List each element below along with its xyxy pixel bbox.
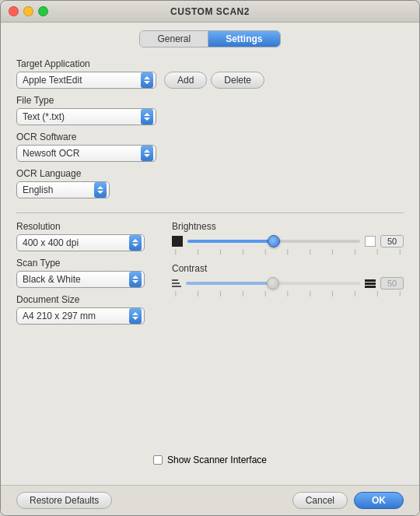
ocr-language-select[interactable]: English French German Spanish Japanese <box>16 181 110 198</box>
resolution-section: Resolution 72 x 72 dpi 150 x 150 dpi 300… <box>16 221 156 251</box>
window-title: CUSTOM SCAN2 <box>170 6 250 17</box>
add-button[interactable]: Add <box>164 72 207 89</box>
target-application-row: Apple TextEdit Preview Other Add Delete <box>16 72 404 89</box>
contrast-label: Contrast <box>172 263 404 274</box>
scan-type-select[interactable]: Black & White Grayscale Color <box>16 271 145 288</box>
ocr-language-label: OCR Language <box>16 168 404 179</box>
title-bar-buttons <box>9 6 48 16</box>
cancel-button[interactable]: Cancel <box>292 492 348 509</box>
minimize-button[interactable] <box>23 6 33 16</box>
tab-general[interactable]: General <box>140 31 208 47</box>
scanner-interface-row: Show Scanner Interface <box>16 455 404 465</box>
delete-button[interactable]: Delete <box>211 72 264 89</box>
file-type-wrapper: Text (*.txt) PDF JPEG TIFF <box>16 108 156 125</box>
file-type-select[interactable]: Text (*.txt) PDF JPEG TIFF <box>16 108 156 125</box>
tab-settings[interactable]: Settings <box>208 31 279 47</box>
target-application-select[interactable]: Apple TextEdit Preview Other <box>16 72 156 89</box>
ocr-software-select[interactable]: Newsoft OCR Other <box>16 145 156 162</box>
ocr-software-label: OCR Software <box>16 132 404 142</box>
add-delete-buttons: Add Delete <box>164 72 264 89</box>
divider-1 <box>16 212 404 213</box>
resolution-select[interactable]: 72 x 72 dpi 150 x 150 dpi 300 x 300 dpi … <box>16 234 145 251</box>
contrast-slider[interactable] <box>186 282 360 285</box>
contrast-high-icon <box>365 279 376 288</box>
right-column: Brightness 50 ||||||||||| Contrast <box>172 221 404 331</box>
document-size-select[interactable]: A4 210 x 297 mm Letter Legal A3 <box>16 307 145 325</box>
contrast-row: 50 <box>172 277 404 290</box>
contrast-group: Contrast 50 <box>172 263 404 296</box>
left-column: Resolution 72 x 72 dpi 150 x 150 dpi 300… <box>16 221 156 331</box>
scan-type-section: Scan Type Black & White Grayscale Color <box>16 258 156 288</box>
contrast-value: 50 <box>380 277 404 290</box>
ocr-language-section: OCR Language English French German Spani… <box>16 168 404 198</box>
close-button[interactable] <box>9 6 19 16</box>
ocr-language-wrapper: English French German Spanish Japanese <box>16 181 110 198</box>
file-type-label: File Type <box>16 95 404 106</box>
brightness-group: Brightness 50 ||||||||||| <box>172 221 404 254</box>
lower-section: Resolution 72 x 72 dpi 150 x 150 dpi 300… <box>16 221 404 331</box>
scan-type-label: Scan Type <box>16 258 156 269</box>
contrast-ticks: ||||||||||| <box>172 290 404 296</box>
scanner-interface-label: Show Scanner Interface <box>167 455 267 465</box>
tab-bar: General Settings <box>16 30 404 47</box>
brightness-high-icon <box>365 236 376 247</box>
ocr-software-wrapper: Newsoft OCR Other <box>16 145 156 162</box>
document-size-label: Document Size <box>16 294 156 305</box>
scan-type-wrapper: Black & White Grayscale Color <box>16 271 145 288</box>
brightness-row: 50 <box>172 235 404 247</box>
bottom-bar: Restore Defaults Cancel OK <box>1 485 419 515</box>
title-bar: CUSTOM SCAN2 <box>1 1 419 23</box>
document-size-wrapper: A4 210 x 297 mm Letter Legal A3 <box>16 307 145 325</box>
brightness-slider[interactable] <box>187 240 360 243</box>
bottom-right-buttons: Cancel OK <box>292 492 404 509</box>
contrast-low-icon <box>172 279 181 287</box>
spacer <box>16 331 404 439</box>
brightness-value: 50 <box>380 235 404 247</box>
brightness-low-icon <box>172 236 183 247</box>
tab-group: General Settings <box>139 30 280 47</box>
window: CUSTOM SCAN2 General Settings Target App… <box>0 0 420 516</box>
brightness-ticks: ||||||||||| <box>172 248 404 254</box>
target-application-section: Target Application Apple TextEdit Previe… <box>16 58 404 89</box>
window-content: General Settings Target Application Appl… <box>1 23 419 485</box>
maximize-button[interactable] <box>38 6 48 16</box>
scanner-interface-checkbox[interactable] <box>153 455 163 465</box>
target-application-label: Target Application <box>16 58 404 69</box>
resolution-wrapper: 72 x 72 dpi 150 x 150 dpi 300 x 300 dpi … <box>16 234 145 251</box>
target-application-wrapper: Apple TextEdit Preview Other <box>16 72 156 89</box>
brightness-label: Brightness <box>172 221 404 232</box>
file-type-section: File Type Text (*.txt) PDF JPEG TIFF <box>16 95 404 125</box>
ok-button[interactable]: OK <box>354 492 404 509</box>
resolution-label: Resolution <box>16 221 156 232</box>
document-size-section: Document Size A4 210 x 297 mm Letter Leg… <box>16 294 156 325</box>
restore-defaults-button[interactable]: Restore Defaults <box>16 492 112 509</box>
ocr-software-section: OCR Software Newsoft OCR Other <box>16 132 404 162</box>
